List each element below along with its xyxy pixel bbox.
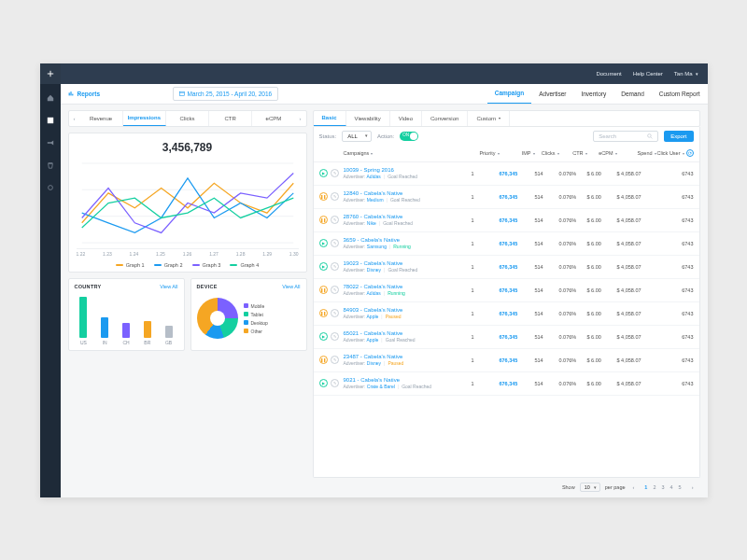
pause-button[interactable]: ❚❚ (319, 286, 328, 294)
page-title: Reports (61, 91, 117, 97)
campaign-link[interactable]: 78022 - Cabela's Native (344, 284, 472, 290)
campaign-link[interactable]: 28760 - Cabela's Native (344, 214, 472, 220)
metric-tabs: ‹ RevenueImpressionsClicksCTReCPM › (68, 110, 307, 127)
play-button[interactable]: ▶ (319, 262, 328, 271)
campaign-link[interactable]: 19023 - Cabela's Native (344, 260, 472, 267)
edit-button[interactable]: ✎ (331, 332, 339, 341)
subtab-video[interactable]: Video (390, 111, 422, 126)
table-row: ❚❚✎23487 - Cabela's NativeAdvertiser: Di… (314, 349, 699, 372)
country-bar: GB (162, 326, 176, 345)
sidebar-home-icon[interactable] (40, 90, 61, 106)
table-row: ❚❚✎12840 - Cabela's NativeAdvertiser: Me… (314, 186, 699, 209)
subtab-conversion[interactable]: Conversion (422, 111, 468, 126)
play-button[interactable]: ▶ (319, 239, 328, 247)
table-row: ▶✎3659 - Cabela's NativeAdvertiser: Sams… (314, 232, 699, 256)
pager-next[interactable]: › (689, 483, 697, 491)
search-input[interactable]: Search (593, 131, 658, 142)
page-5[interactable]: 5 (676, 483, 684, 491)
edit-button[interactable]: ✎ (331, 239, 339, 247)
edit-button[interactable]: ✎ (331, 286, 339, 294)
sidebar-reports-icon[interactable] (40, 112, 61, 129)
country-bar: US (77, 297, 92, 345)
table-row: ▶✎10039 - Spring 2016Advertiser: Adidas|… (314, 162, 699, 186)
header-bar: Reports March 25, 2015 - April 20, 2016 … (61, 84, 708, 105)
pause-button[interactable]: ❚❚ (319, 216, 328, 224)
device-legend-item: Tablet (244, 312, 268, 317)
campaign-link[interactable]: 23487 - Cabela's Native (344, 354, 472, 360)
calendar-icon (179, 91, 185, 96)
metric-tab-impressions[interactable]: Impressions (123, 111, 166, 126)
nav-help[interactable]: Help Center (633, 71, 663, 77)
edit-button[interactable]: ✎ (331, 216, 339, 224)
pager-prev[interactable]: ‹ (630, 483, 638, 491)
th-clicks[interactable]: Clicks▾ (535, 150, 559, 156)
th-priority[interactable]: Priority▾ (472, 150, 500, 156)
metric-next-icon[interactable]: › (295, 111, 306, 126)
edit-button[interactable]: ✎ (331, 192, 339, 201)
edit-button[interactable]: ✎ (331, 356, 339, 364)
tab-inventory[interactable]: Inventory (573, 84, 613, 104)
th-ctr[interactable]: CTR▾ (559, 150, 587, 156)
subtab-custom[interactable]: Custom▾ (468, 111, 510, 126)
country-viewall[interactable]: View All (160, 284, 177, 289)
play-button[interactable]: ▶ (319, 169, 328, 177)
svg-point-1 (48, 185, 52, 189)
metric-tab-ecpm[interactable]: eCPM (252, 111, 294, 126)
pause-button[interactable]: ❚❚ (319, 309, 328, 317)
th-imp[interactable]: IMP▾ (500, 150, 535, 156)
campaign-link[interactable]: 3659 - Cabela's Native (344, 237, 472, 244)
metric-tab-clicks[interactable]: Clicks (166, 111, 209, 126)
play-button[interactable]: ▶ (319, 332, 328, 341)
pager-size-select[interactable]: 10 (580, 483, 600, 492)
tab-campaign[interactable]: Campaign (487, 84, 531, 104)
status-select[interactable]: ALL (342, 131, 372, 142)
action-toggle[interactable]: ON (400, 132, 418, 141)
campaign-link[interactable]: 10039 - Spring 2016 (344, 167, 472, 174)
campaign-link[interactable]: 84903 - Cabela's Native (344, 307, 472, 314)
th-campaigns[interactable]: Campaigns▾ (344, 150, 472, 156)
edit-button[interactable]: ✎ (331, 262, 339, 271)
sidebar-trash-icon[interactable] (40, 157, 61, 174)
campaign-link[interactable]: 9021 - Cabela's Native (344, 377, 472, 384)
campaign-link[interactable]: 65021 - Cabela's Native (344, 330, 472, 337)
device-viewall[interactable]: View All (282, 284, 300, 289)
tab-custom-report[interactable]: Custom Report (652, 84, 708, 104)
top-nav: Document Help Center Tan Ma▾ (61, 63, 708, 84)
edit-button[interactable]: ✎ (331, 379, 339, 387)
pause-button[interactable]: ❚❚ (319, 192, 328, 201)
date-range-picker[interactable]: March 25, 2015 - April 20, 2016 (173, 87, 279, 101)
metric-tab-revenue[interactable]: Revenue (80, 111, 123, 126)
sidebar-add-icon[interactable] (40, 63, 61, 84)
nav-document[interactable]: Document (596, 71, 621, 77)
device-pie (197, 298, 238, 339)
refresh-icon[interactable]: ⟳ (686, 149, 694, 157)
table-row: ▶✎65021 - Cabela's NativeAdvertiser: App… (314, 326, 699, 349)
subtab-viewability[interactable]: Viewability (346, 111, 390, 126)
svg-rect-2 (68, 92, 69, 95)
nav-user[interactable]: Tan Ma▾ (674, 71, 698, 77)
metric-prev-icon[interactable]: ‹ (69, 111, 80, 126)
tab-demand[interactable]: Demand (613, 84, 652, 104)
device-legend-item: Mobile (244, 303, 268, 309)
pause-button[interactable]: ❚❚ (319, 356, 328, 364)
metric-tab-ctr[interactable]: CTR (209, 111, 252, 126)
export-button[interactable]: Export (664, 131, 693, 142)
page-3[interactable]: 3 (658, 483, 667, 491)
th-spend[interactable]: Spend▾ (617, 150, 656, 156)
sidebar-megaphone-icon[interactable] (40, 134, 61, 151)
campaign-link[interactable]: 12840 - Cabela's Native (344, 190, 472, 197)
subtab-basic[interactable]: Basic (314, 111, 346, 126)
edit-button[interactable]: ✎ (331, 309, 339, 317)
table-header: Campaigns▾ Priority▾ IMP▾ Clicks▾ CTR▾ e… (314, 146, 699, 162)
filter-row: Status: ALL Action: ON Search Export (313, 127, 700, 146)
th-ecpm[interactable]: eCPM▾ (587, 150, 617, 156)
page-4[interactable]: 4 (668, 483, 676, 491)
edit-button[interactable]: ✎ (331, 169, 339, 177)
sidebar-gear-icon[interactable] (40, 179, 61, 196)
status-label: Status: (319, 133, 337, 139)
pager-show-label: Show (562, 484, 575, 490)
tab-advertiser[interactable]: Advertiser (531, 84, 573, 104)
country-card: COUNTRY View All USINCHBRGB (68, 278, 185, 351)
play-button[interactable]: ▶ (319, 379, 328, 387)
th-clickuser[interactable]: Click User▾⟳ (656, 149, 694, 157)
